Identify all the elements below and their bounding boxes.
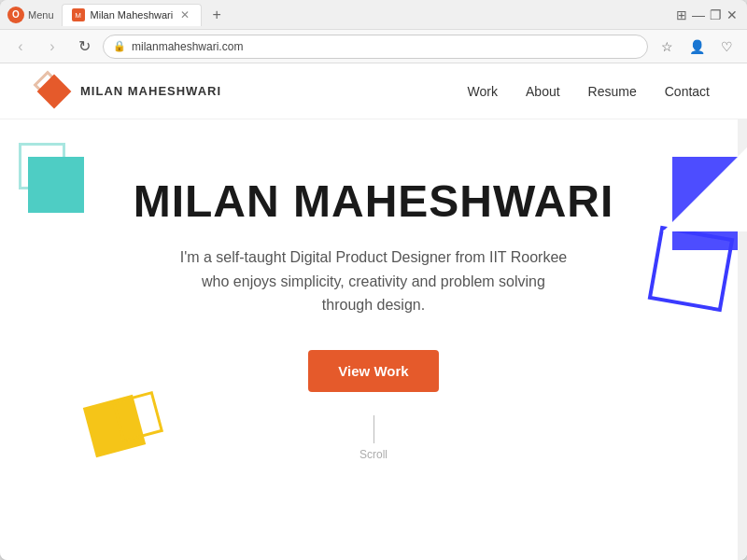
opera-logo[interactable]: O (7, 7, 24, 23)
hero-title: MILAN MAHESHWARI (0, 175, 747, 227)
bookmark-button[interactable]: ☆ (654, 34, 680, 60)
blue-outline-shape (648, 226, 735, 313)
site-navigation: MILAN MAHESHWARI Work About Resume Conta… (0, 63, 747, 119)
scroll-text: Scroll (359, 448, 388, 461)
address-text: milanmaheshwari.com (132, 40, 638, 53)
tab-favicon: M (72, 8, 85, 21)
address-bar[interactable]: 🔒 milanmaheshwari.com (103, 35, 648, 59)
nav-links: Work About Resume Contact (468, 84, 710, 99)
hero-subtitle: I'm a self-taught Digital Product Design… (177, 245, 570, 317)
tab-bar: M Milan Maheshwari ✕ + (62, 4, 667, 26)
wifi-icon[interactable]: ⊞ (674, 7, 689, 22)
tab-title: Milan Maheshwari (91, 9, 174, 21)
lock-icon: 🔒 (113, 40, 126, 52)
back-button[interactable]: ‹ (7, 34, 34, 60)
nav-resume[interactable]: Resume (588, 84, 637, 99)
browser-window: O Menu M Milan Maheshwari ✕ + ⊞ — ❐ ✕ ‹ … (0, 0, 747, 560)
scroll-indicator: Scroll (0, 415, 747, 461)
maximize-button[interactable]: ❐ (708, 7, 723, 22)
nav-about[interactable]: About (526, 84, 560, 99)
heart-button[interactable]: ♡ (713, 34, 740, 60)
toolbar-actions: ☆ 👤 ♡ (654, 34, 740, 60)
scrollbar[interactable] (738, 63, 747, 560)
website-content: MILAN MAHESHWARI Work About Resume Conta… (0, 63, 747, 560)
nav-work[interactable]: Work (468, 84, 498, 99)
view-work-button[interactable]: View Work (308, 350, 438, 392)
browser-window-controls: O Menu (7, 7, 54, 23)
menu-label[interactable]: Menu (28, 9, 54, 21)
profile-button[interactable]: 👤 (684, 34, 710, 60)
minimize-button[interactable]: — (691, 7, 706, 22)
active-tab[interactable]: M Milan Maheshwari ✕ (62, 4, 203, 26)
tab-close-button[interactable]: ✕ (178, 8, 191, 21)
browser-titlebar: O Menu M Milan Maheshwari ✕ + ⊞ — ❐ ✕ (0, 0, 747, 30)
logo-text: MILAN MAHESHWARI (80, 84, 221, 98)
scroll-line (374, 415, 374, 443)
window-controls: ⊞ — ❐ ✕ (674, 7, 740, 22)
new-tab-button[interactable]: + (205, 4, 228, 26)
nav-contact[interactable]: Contact (665, 84, 710, 99)
close-button[interactable]: ✕ (725, 7, 740, 22)
logo-icon (37, 75, 71, 108)
hero-section: MILAN MAHESHWARI I'm a self-taught Digit… (0, 119, 747, 498)
forward-button[interactable]: › (39, 34, 65, 60)
site-logo: MILAN MAHESHWARI (37, 75, 221, 108)
refresh-button[interactable]: ↻ (71, 34, 97, 60)
browser-toolbar: ‹ › ↻ 🔒 milanmaheshwari.com ☆ 👤 ♡ (0, 30, 747, 63)
